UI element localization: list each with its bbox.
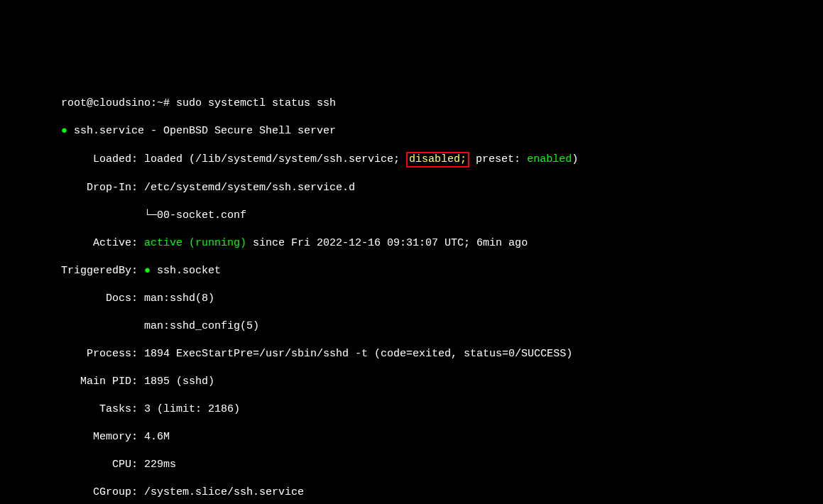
tasks-val: 3 (limit: 2186) — [144, 403, 240, 415]
bullet-icon: ● — [144, 265, 151, 277]
memory-line: Memory: 4.6M — [61, 430, 823, 444]
cpu-line: CPU: 229ms — [61, 458, 823, 472]
mainpid-line: Main PID: 1895 (sshd) — [61, 375, 823, 389]
service-name: ssh.service - OpenBSD Secure Shell serve… — [67, 125, 336, 137]
preset-label: preset: — [469, 153, 527, 165]
memory-val: 4.6M — [144, 431, 170, 443]
mainpid-label: Main PID: — [61, 376, 144, 388]
process-label: Process: — [61, 348, 144, 360]
loaded-path: loaded (/lib/systemd/system/ssh.service; — [144, 153, 406, 165]
loaded-label: Loaded: — [61, 153, 144, 165]
prompt: root@cloudsino:~# — [61, 97, 176, 109]
active-label: Active: — [61, 237, 144, 249]
triggeredby-label: TriggeredBy: — [61, 265, 144, 277]
bullet-icon: ● — [61, 125, 67, 137]
dropin-line: Drop-In: /etc/systemd/system/ssh.service… — [61, 181, 823, 195]
active-status: active (running) — [144, 237, 246, 249]
active-since: since Fri 2022-12-16 09:31:07 UTC; 6min … — [246, 237, 528, 249]
triggeredby-line: TriggeredBy: ● ssh.socket — [61, 264, 823, 278]
triggeredby-val: ssh.socket — [151, 265, 221, 277]
docs-label: Docs: — [61, 292, 144, 305]
cgroup-label: CGroup: — [61, 486, 144, 498]
docs-line2: man:sshd_config(5) — [61, 319, 823, 334]
docs-line: Docs: man:sshd(8) — [61, 292, 823, 306]
command-line: root@cloudsino:~# sudo systemctl status … — [61, 97, 823, 111]
dropin-path: /etc/systemd/system/ssh.service.d — [144, 182, 355, 194]
mainpid-val: 1895 (sshd) — [144, 376, 214, 388]
command: sudo systemctl status ssh — [176, 97, 336, 109]
terminal-output: root@cloudsino:~# sudo systemctl status … — [61, 82, 823, 504]
cgroup-val: /system.slice/ssh.service — [144, 486, 304, 498]
enabled-text: enabled — [527, 153, 572, 165]
process-val: 1894 ExecStartPre=/usr/sbin/sshd -t (cod… — [144, 348, 572, 360]
disabled-text: disabled; — [409, 153, 467, 165]
loaded-line: Loaded: loaded (/lib/systemd/system/ssh.… — [61, 152, 823, 168]
memory-label: Memory: — [61, 431, 144, 443]
active-line: Active: active (running) since Fri 2022-… — [61, 236, 823, 251]
cpu-val: 229ms — [144, 459, 176, 471]
tasks-label: Tasks: — [61, 403, 144, 415]
dropin-label: Drop-In: — [61, 182, 144, 194]
process-line: Process: 1894 ExecStartPre=/usr/sbin/ssh… — [61, 347, 823, 361]
paren-close: ) — [572, 153, 578, 165]
cgroup-line: CGroup: /system.slice/ssh.service — [61, 486, 823, 500]
docs-val: man:sshd(8) — [144, 292, 214, 305]
dropin-file-line: └─00-socket.conf — [61, 209, 823, 223]
cpu-label: CPU: — [61, 459, 144, 471]
disabled-highlight: disabled; — [406, 152, 469, 168]
service-header: ● ssh.service - OpenBSD Secure Shell ser… — [61, 124, 823, 138]
tasks-line: Tasks: 3 (limit: 2186) — [61, 402, 823, 417]
